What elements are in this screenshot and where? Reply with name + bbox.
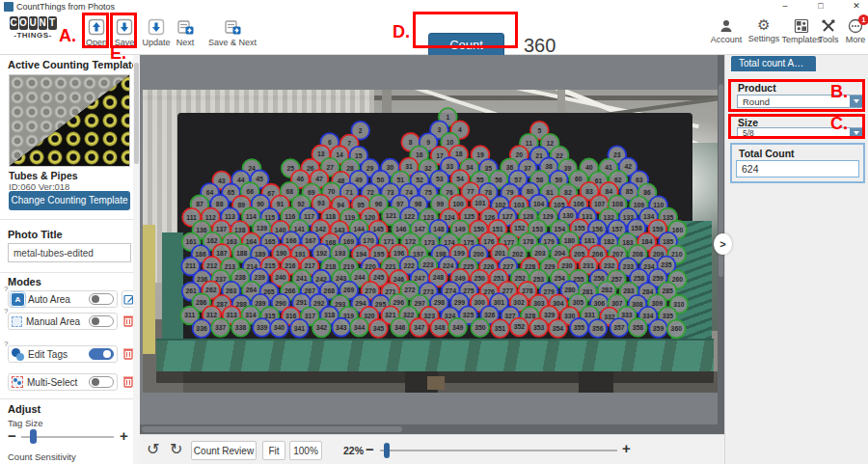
svg-text:252: 252 bbox=[514, 275, 526, 282]
svg-text:276: 276 bbox=[483, 288, 495, 295]
svg-text:45: 45 bbox=[256, 176, 263, 182]
update-button[interactable]: Update bbox=[141, 17, 172, 47]
tag-size-slider-handle[interactable] bbox=[30, 429, 37, 444]
count-tag[interactable]: 344 bbox=[350, 318, 368, 337]
count-tag[interactable]: 347 bbox=[410, 318, 428, 337]
image-canvas[interactable]: 1234567891011121314151617181920212223242… bbox=[140, 55, 718, 424]
count-tag[interactable]: 356 bbox=[588, 319, 607, 338]
svg-text:219: 219 bbox=[343, 263, 355, 270]
save-and-next-icon bbox=[223, 17, 242, 37]
sidebar-scrollbar-thumb[interactable] bbox=[134, 63, 139, 164]
multi-select-toggle[interactable] bbox=[89, 376, 114, 388]
fit-button[interactable]: Fit bbox=[262, 441, 285, 460]
svg-text:130: 130 bbox=[562, 212, 574, 219]
canvas-horizontal-scrollbar[interactable] bbox=[140, 424, 724, 434]
tag-size-minus[interactable]: − bbox=[8, 429, 16, 443]
count-tag[interactable]: 351 bbox=[491, 319, 509, 338]
change-template-button[interactable]: Change Counting Template bbox=[9, 191, 130, 210]
count-tag[interactable]: 339 bbox=[253, 318, 271, 337]
svg-text:335: 335 bbox=[663, 313, 674, 319]
more-button[interactable]: 1 More bbox=[843, 18, 868, 44]
count-tag[interactable]: 360 bbox=[667, 320, 686, 339]
count-tag[interactable]: 355 bbox=[570, 318, 588, 337]
zoom-slider-handle[interactable] bbox=[384, 443, 390, 458]
rotate-right-icon[interactable]: ↻ bbox=[170, 440, 182, 458]
auto-area-toggle[interactable] bbox=[89, 293, 114, 305]
svg-text:216: 216 bbox=[285, 262, 296, 269]
tools-button[interactable]: Tools bbox=[815, 18, 842, 44]
mode-row-edit-tags: Edit Tags bbox=[8, 345, 118, 363]
rotate-left-icon[interactable]: ↺ bbox=[147, 440, 159, 458]
count-tags-overlay[interactable]: 1234567891011121314151617181920212223242… bbox=[143, 90, 718, 393]
chevron-down-icon[interactable] bbox=[850, 128, 862, 138]
count-review-button[interactable]: Count Review bbox=[191, 441, 257, 460]
next-button[interactable]: Next bbox=[172, 17, 199, 47]
count-tag[interactable]: 340 bbox=[270, 319, 288, 338]
save-button[interactable]: Save bbox=[113, 17, 136, 47]
zoom-minus[interactable]: − bbox=[366, 443, 374, 456]
count-tag[interactable]: 343 bbox=[332, 318, 350, 337]
zoom-slider-track[interactable] bbox=[380, 450, 617, 451]
total-count-label: Total Count bbox=[739, 148, 795, 159]
svg-text:172: 172 bbox=[405, 238, 417, 245]
close-button[interactable]: ✕ bbox=[849, 0, 864, 13]
svg-text:99: 99 bbox=[437, 201, 445, 207]
svg-text:279: 279 bbox=[543, 288, 555, 295]
svg-text:206: 206 bbox=[592, 251, 604, 258]
svg-text:69: 69 bbox=[308, 189, 315, 196]
zoom-plus[interactable]: + bbox=[622, 442, 631, 455]
svg-text:210: 210 bbox=[671, 251, 683, 258]
sidebar-scrollbar[interactable] bbox=[133, 55, 140, 464]
svg-text:334: 334 bbox=[642, 313, 654, 319]
count-tag[interactable]: 357 bbox=[610, 318, 629, 337]
template-thumbnail[interactable] bbox=[9, 74, 130, 167]
count-tag[interactable]: 345 bbox=[369, 319, 388, 338]
count-tag[interactable]: 348 bbox=[430, 318, 448, 337]
count-tag[interactable]: 350 bbox=[471, 318, 489, 337]
count-value: 360 bbox=[524, 35, 556, 57]
edit-tags-toggle[interactable] bbox=[89, 348, 114, 360]
svg-text:140: 140 bbox=[275, 227, 286, 233]
count-tag[interactable]: 346 bbox=[391, 318, 409, 337]
svg-text:37: 37 bbox=[524, 165, 531, 172]
account-button[interactable]: Account bbox=[710, 18, 743, 44]
tab-total-count[interactable]: Total count A… bbox=[731, 56, 816, 71]
count-tag[interactable]: 341 bbox=[290, 319, 309, 338]
open-button[interactable]: Open bbox=[85, 17, 108, 47]
count-tag[interactable]: 337 bbox=[211, 318, 230, 337]
count-tag[interactable]: 359 bbox=[649, 319, 667, 338]
help-marker[interactable]: ? bbox=[4, 307, 8, 315]
count-tag[interactable]: 353 bbox=[529, 318, 548, 337]
count-tag[interactable]: 338 bbox=[231, 318, 250, 337]
product-dropdown[interactable]: Round bbox=[737, 95, 863, 108]
count-tag[interactable]: 336 bbox=[193, 319, 211, 338]
count-tag[interactable]: 349 bbox=[448, 318, 467, 337]
help-marker[interactable]: ? bbox=[4, 340, 8, 348]
svg-text:152: 152 bbox=[514, 225, 526, 232]
minimize-button[interactable]: – bbox=[777, 0, 793, 13]
chevron-down-icon[interactable] bbox=[850, 96, 862, 107]
count-tag[interactable]: 342 bbox=[312, 319, 331, 338]
count-tag[interactable]: 354 bbox=[549, 319, 567, 338]
count-tag[interactable]: 352 bbox=[510, 318, 529, 337]
maximize-button[interactable]: □ bbox=[813, 0, 828, 13]
count-tag[interactable]: 358 bbox=[629, 318, 647, 337]
total-count-input[interactable] bbox=[736, 160, 859, 177]
panel-collapse-handle[interactable]: > bbox=[714, 233, 732, 255]
svg-text:303: 303 bbox=[533, 300, 545, 307]
svg-text:269: 269 bbox=[343, 287, 355, 293]
product-label: Product bbox=[738, 82, 776, 94]
save-and-next-button[interactable]: Save & Next bbox=[204, 17, 260, 47]
tubes-photo[interactable]: 1234567891011121314151617181920212223242… bbox=[143, 90, 718, 393]
svg-text:104: 104 bbox=[533, 201, 545, 207]
help-marker[interactable]: ? bbox=[4, 285, 8, 293]
settings-button[interactable]: ⚙ Settings bbox=[746, 16, 781, 43]
canvas-horizontal-scrollbar-thumb[interactable] bbox=[142, 426, 402, 432]
photo-title-input[interactable] bbox=[8, 243, 131, 262]
tag-size-plus[interactable]: + bbox=[120, 429, 128, 443]
zoom-100-button[interactable]: 100% bbox=[289, 441, 322, 460]
svg-text:189: 189 bbox=[255, 251, 266, 258]
svg-text:283: 283 bbox=[623, 287, 635, 294]
manual-area-toggle[interactable] bbox=[89, 315, 114, 327]
size-dropdown[interactable]: 5/8 bbox=[737, 127, 863, 139]
